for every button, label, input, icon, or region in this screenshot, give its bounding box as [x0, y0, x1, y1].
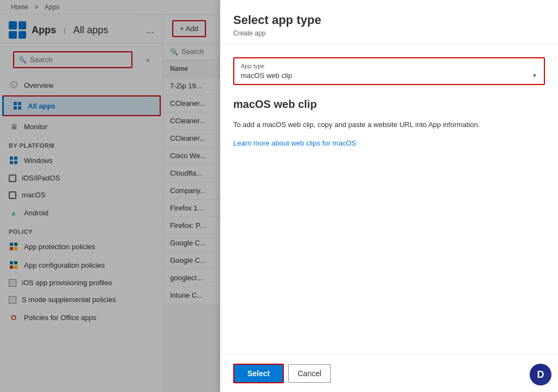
overlay-title: Select app type [233, 13, 545, 27]
app-type-box[interactable]: App type macOS web clip ▼ [233, 57, 545, 85]
overlay-footer: Select Cancel [220, 354, 558, 392]
overlay-panel: Select app type Create app App type macO… [220, 0, 558, 392]
app-type-label: App type [241, 63, 537, 69]
app-type-value: macOS web clip ▼ [241, 71, 537, 80]
overlay-subtitle: Create app [233, 29, 545, 37]
overlay-body: App type macOS web clip ▼ macOS web clip… [220, 44, 558, 354]
select-button[interactable]: Select [233, 364, 284, 383]
watermark: D [530, 364, 551, 385]
overlay-header: Select app type Create app [220, 0, 558, 44]
app-type-text: macOS web clip [241, 71, 292, 80]
cancel-button[interactable]: Cancel [288, 364, 331, 383]
macos-section-title: macOS web clip [233, 98, 545, 111]
chevron-down-icon: ▼ [532, 73, 537, 79]
macos-description: To add a macOS web clip, copy and paste … [233, 119, 545, 130]
learn-more-link[interactable]: Learn more about web clips for macOS [233, 139, 356, 147]
